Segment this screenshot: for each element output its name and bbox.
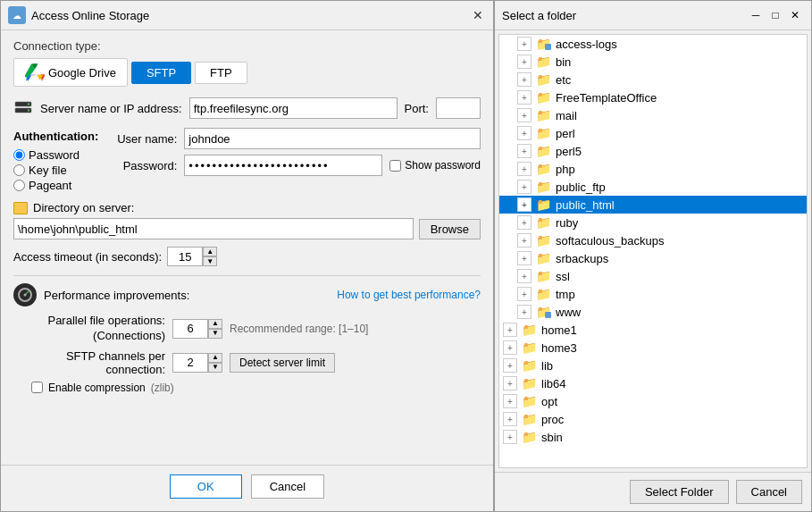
parallel-label1: Parallel file operations: bbox=[13, 314, 165, 329]
tree-item[interactable]: +📁bin bbox=[499, 53, 807, 71]
select-folder-button[interactable]: Select Folder bbox=[630, 480, 729, 504]
tree-item[interactable]: +📁ssl bbox=[499, 267, 807, 285]
tree-item[interactable]: +📁lib bbox=[499, 357, 807, 374]
tree-item[interactable]: + 📁 access-logs bbox=[499, 35, 807, 53]
timeout-down-button[interactable]: ▼ bbox=[203, 256, 217, 266]
tree-item-label: FreeTemplateOffice bbox=[556, 91, 657, 105]
expand-icon: + bbox=[517, 269, 532, 283]
folder-close-button[interactable]: ✕ bbox=[786, 6, 804, 24]
tree-item-label: public_html bbox=[556, 198, 615, 212]
expand-icon: + bbox=[517, 90, 532, 105]
username-input[interactable] bbox=[184, 128, 481, 149]
tree-item[interactable]: +📁php bbox=[499, 160, 807, 178]
tree-item[interactable]: + 📁 www bbox=[499, 303, 807, 321]
tree-item[interactable]: +📁opt bbox=[499, 392, 807, 410]
conn-type-label: Connection type: bbox=[13, 39, 481, 53]
sftp-channels-input[interactable] bbox=[172, 353, 208, 373]
timeout-spinner: ▲ ▼ bbox=[167, 247, 217, 266]
perf-link[interactable]: How to get best performance? bbox=[337, 289, 481, 301]
tree-item[interactable]: +📁perl bbox=[499, 124, 807, 142]
auth-keyfile-radio[interactable] bbox=[13, 164, 25, 176]
compress-label: Enable compression bbox=[48, 382, 146, 394]
expand-icon: + bbox=[517, 162, 532, 176]
tree-item[interactable]: +📁mail bbox=[499, 106, 807, 124]
parallel-up-button[interactable]: ▲ bbox=[208, 319, 222, 329]
auth-pageant-radio[interactable] bbox=[13, 180, 25, 191]
tree-item[interactable]: +📁home1 bbox=[499, 321, 807, 339]
show-password-checkbox[interactable] bbox=[389, 160, 401, 172]
server-input[interactable] bbox=[189, 97, 398, 119]
timeout-spinner-buttons: ▲ ▼ bbox=[203, 247, 217, 266]
tree-item[interactable]: +📁etc bbox=[499, 71, 807, 88]
parallel-down-button[interactable]: ▼ bbox=[208, 329, 222, 339]
auth-pageant-row: Pageant bbox=[13, 179, 98, 192]
tree-item[interactable]: +📁home3 bbox=[499, 339, 807, 357]
sftp-button[interactable]: SFTP bbox=[131, 62, 191, 84]
tree-item[interactable]: +📁perl5 bbox=[499, 142, 807, 160]
folder-icon: 📁 bbox=[522, 412, 537, 426]
dir-input[interactable] bbox=[13, 218, 414, 239]
tree-item[interactable]: +📁srbackups bbox=[499, 249, 807, 267]
folder-cancel-button[interactable]: Cancel bbox=[736, 480, 802, 504]
compress-checkbox[interactable] bbox=[31, 382, 43, 393]
folder-icon: 📁 bbox=[536, 233, 551, 248]
main-cancel-button[interactable]: Cancel bbox=[251, 474, 324, 499]
folder-tree[interactable]: + 📁 access-logs+📁bin+📁etc+📁FreeTemplateO… bbox=[498, 34, 808, 468]
auth-label: Authentication: bbox=[13, 130, 98, 143]
ok-button[interactable]: OK bbox=[170, 474, 242, 499]
tree-item[interactable]: +📁proc bbox=[499, 410, 807, 428]
tree-item-label: public_ftp bbox=[556, 180, 606, 194]
tree-item[interactable]: +📁lib64 bbox=[499, 374, 807, 392]
folder-icon: 📁 bbox=[536, 55, 551, 69]
folder-dialog: Select a folder ─ □ ✕ + 📁 access-logs+📁b… bbox=[494, 0, 812, 512]
auth-password-row: Password bbox=[13, 148, 98, 162]
tree-item[interactable]: +📁public_ftp bbox=[499, 178, 807, 196]
port-label: Port: bbox=[405, 102, 429, 115]
tree-item-label: etc bbox=[556, 73, 571, 87]
expand-icon: + bbox=[517, 233, 532, 248]
tree-item[interactable]: +📁softaculous_backups bbox=[499, 231, 807, 249]
tree-item[interactable]: +📁tmp bbox=[499, 285, 807, 303]
google-drive-button[interactable]: Google Drive bbox=[13, 58, 128, 87]
auth-pageant-label: Pageant bbox=[29, 179, 71, 192]
timeout-up-button[interactable]: ▲ bbox=[203, 247, 217, 256]
expand-icon: + bbox=[503, 323, 517, 337]
sftp-channels-up-button[interactable]: ▲ bbox=[208, 353, 222, 363]
tree-item[interactable]: +📁FreeTemplateOffice bbox=[499, 88, 807, 106]
folder-icon: 📁 bbox=[536, 197, 551, 212]
ftp-button[interactable]: FTP bbox=[195, 62, 247, 84]
port-input[interactable] bbox=[436, 97, 481, 119]
password-input[interactable] bbox=[184, 155, 382, 176]
folder-icon: 📁 bbox=[536, 215, 551, 230]
main-dialog-content: Connection type: Google Drive SFTP FTP bbox=[1, 30, 493, 465]
auth-password-radio[interactable] bbox=[13, 149, 25, 161]
folder-title-bar: Select a folder ─ □ ✕ bbox=[495, 1, 811, 30]
expand-icon: + bbox=[517, 215, 532, 230]
folder-icon: 📁 bbox=[536, 72, 551, 87]
folder-minimize-button[interactable]: ─ bbox=[747, 6, 765, 24]
timeout-input[interactable] bbox=[167, 247, 203, 266]
browse-button[interactable]: Browse bbox=[419, 219, 481, 239]
tree-item[interactable]: +📁public_html bbox=[499, 196, 807, 214]
folder-icon: 📁 bbox=[536, 305, 551, 319]
main-dialog: ☁ Access Online Storage ✕ Connection typ… bbox=[0, 0, 494, 512]
detect-server-limit-button[interactable]: Detect server limit bbox=[230, 353, 335, 373]
tree-item[interactable]: +📁sbin bbox=[499, 428, 807, 446]
tree-item-label: access-logs bbox=[556, 38, 617, 51]
tree-item-label: ssl bbox=[556, 270, 570, 283]
tree-item[interactable]: +📁ruby bbox=[499, 214, 807, 231]
server-row: Server name or IP address: Port: bbox=[13, 97, 481, 119]
parallel-input[interactable] bbox=[172, 319, 208, 339]
perf-header: Performance improvements: How to get bes… bbox=[13, 283, 481, 306]
expand-icon: + bbox=[517, 180, 532, 194]
expand-icon: + bbox=[503, 430, 517, 444]
sftp-channels-down-button[interactable]: ▼ bbox=[208, 363, 222, 373]
expand-icon: + bbox=[503, 340, 517, 355]
main-title-bar: ☁ Access Online Storage ✕ bbox=[1, 1, 493, 30]
expand-icon: + bbox=[517, 251, 532, 265]
conn-type-buttons: Google Drive SFTP FTP bbox=[13, 58, 481, 87]
folder-icon: 📁 bbox=[536, 162, 551, 176]
main-close-button[interactable]: ✕ bbox=[470, 7, 486, 23]
folder-maximize-button[interactable]: □ bbox=[766, 6, 784, 24]
tree-item-label: proc bbox=[541, 413, 564, 426]
